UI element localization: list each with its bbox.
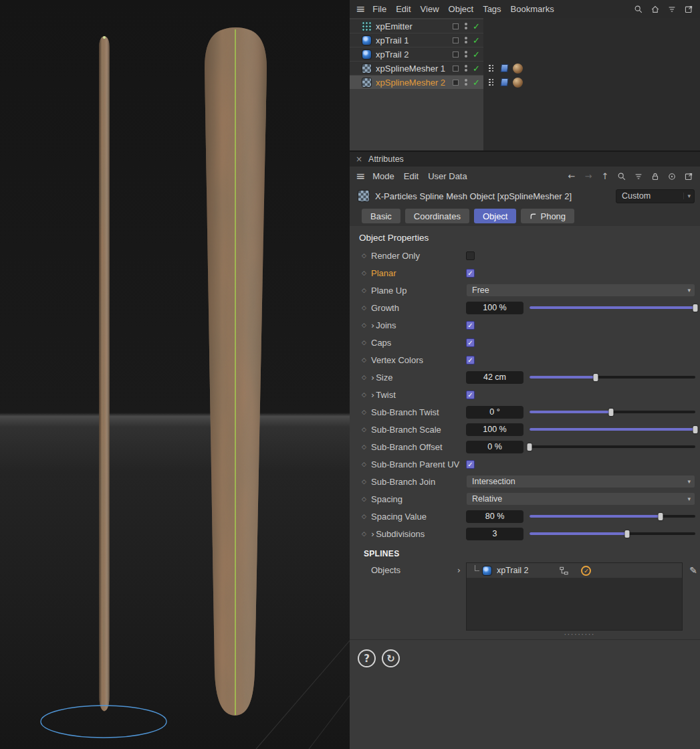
- lock-icon[interactable]: [650, 171, 661, 182]
- keyframe-dot-icon[interactable]: ◇: [362, 270, 371, 276]
- visibility-dots-icon[interactable]: [465, 51, 467, 58]
- object-row-xpsplinemesher-2[interactable]: xpSplineMesher 2✓: [350, 76, 700, 89]
- layer-toggle[interactable]: [453, 23, 459, 29]
- keyframe-dot-icon[interactable]: ◇: [362, 409, 371, 415]
- texture-tag-icon[interactable]: [513, 78, 523, 88]
- slider-size[interactable]: [530, 372, 695, 382]
- layer-toggle[interactable]: [453, 66, 459, 72]
- keyframe-dot-icon[interactable]: ◇: [362, 287, 371, 294]
- slider-sub-branch-twist[interactable]: [530, 407, 695, 417]
- slider-knob[interactable]: [658, 513, 663, 520]
- hamburger-icon[interactable]: ≡: [356, 3, 365, 15]
- home-icon[interactable]: [650, 4, 661, 15]
- keyframe-dot-icon[interactable]: ◇: [362, 530, 371, 537]
- object-name[interactable]: xpEmitter: [376, 21, 413, 31]
- field-tag-icon[interactable]: [500, 78, 508, 86]
- resize-grip[interactable]: ·········: [466, 633, 693, 637]
- visibility-dots-icon[interactable]: [465, 37, 467, 43]
- value-field-sub-branch-scale[interactable]: 100 %: [466, 423, 523, 436]
- up-icon[interactable]: ↑: [600, 171, 610, 182]
- keyframe-dot-icon[interactable]: ◇: [362, 356, 371, 363]
- keyframe-dot-icon[interactable]: ◇: [362, 322, 371, 328]
- hierarchy-icon[interactable]: [559, 566, 569, 576]
- checkbox-planar[interactable]: ✓: [466, 269, 475, 278]
- slider-knob[interactable]: [608, 409, 613, 416]
- layer-toggle[interactable]: [453, 80, 459, 86]
- splines-object-list[interactable]: xpTrail 2 ✓: [466, 562, 683, 631]
- back-icon[interactable]: ←: [566, 171, 577, 182]
- dropdown-plane-up[interactable]: Free▾: [466, 284, 695, 297]
- keyframe-dot-icon[interactable]: ◇: [362, 426, 371, 433]
- slider-growth[interactable]: [530, 303, 695, 312]
- checkbox-sub-branch-parent-uv[interactable]: ✓: [466, 460, 475, 469]
- slider-subdivisions[interactable]: [530, 529, 695, 538]
- object-name[interactable]: xpTrail 1: [376, 35, 409, 45]
- checkbox-vertex-colors[interactable]: ✓: [466, 356, 475, 364]
- value-field-sub-branch-offset[interactable]: 0 %: [466, 441, 523, 453]
- object-row-xptrail-1[interactable]: xpTrail 1✓: [350, 33, 700, 47]
- object-row-xpsplinemesher-1[interactable]: xpSplineMesher 1✓: [350, 62, 700, 75]
- forward-icon[interactable]: →: [583, 171, 594, 182]
- slider-knob[interactable]: [693, 304, 698, 312]
- attr-menu-edit[interactable]: Edit: [404, 171, 419, 181]
- edit-list-icon[interactable]: ✎: [689, 565, 697, 576]
- export-icon[interactable]: [683, 4, 694, 15]
- om-menu-file[interactable]: File: [372, 4, 386, 14]
- checkbox-twist[interactable]: ✓: [466, 391, 475, 399]
- dropdown-sub-branch-join[interactable]: Intersection▾: [466, 475, 695, 488]
- spline-list-item[interactable]: xpTrail 2 ✓: [467, 563, 682, 578]
- hamburger-icon[interactable]: ≡: [356, 171, 365, 182]
- keyframe-dot-icon[interactable]: ◇: [362, 391, 371, 398]
- points-tag-icon[interactable]: [489, 79, 494, 86]
- external-icon[interactable]: [683, 171, 694, 182]
- layer-toggle[interactable]: [453, 51, 459, 58]
- object-name[interactable]: xpSplineMesher 1: [376, 64, 445, 74]
- om-menu-bookmarks[interactable]: Bookmarks: [511, 4, 554, 14]
- keyframe-dot-icon[interactable]: ◇: [362, 443, 371, 450]
- value-field-spacing-value[interactable]: 80 %: [466, 510, 523, 523]
- keyframe-dot-icon[interactable]: ◇: [362, 304, 371, 311]
- keyframe-dot-icon[interactable]: ◇: [362, 461, 371, 467]
- value-field-size[interactable]: 42 cm: [466, 371, 523, 384]
- dropdown-spacing[interactable]: Relative▾: [466, 492, 695, 506]
- tab-phong[interactable]: Phong: [521, 209, 574, 223]
- object-row-xptrail-2[interactable]: xpTrail 2✓: [350, 47, 700, 61]
- visibility-dots-icon[interactable]: [465, 23, 467, 29]
- keyframe-dot-icon[interactable]: ◇: [362, 252, 371, 259]
- slider-sub-branch-scale[interactable]: [530, 425, 695, 434]
- keyframe-dot-icon[interactable]: ◇: [362, 339, 371, 346]
- slider-spacing-value[interactable]: [530, 512, 695, 521]
- texture-tag-icon[interactable]: [513, 64, 523, 74]
- enabled-check-icon[interactable]: ✓: [473, 35, 480, 45]
- object-name[interactable]: xpTrail 2: [376, 49, 409, 60]
- value-field-sub-branch-twist[interactable]: 0 °: [466, 406, 523, 419]
- om-menu-object[interactable]: Object: [449, 4, 474, 14]
- om-menu-view[interactable]: View: [421, 4, 439, 14]
- tab-object[interactable]: Object: [474, 209, 517, 223]
- checkbox-caps[interactable]: ✓: [466, 338, 475, 347]
- checkbox-render-only[interactable]: [466, 251, 475, 260]
- value-field-growth[interactable]: 100 %: [466, 302, 523, 314]
- visibility-dots-icon[interactable]: [465, 79, 467, 86]
- value-field-subdivisions[interactable]: 3: [466, 528, 523, 540]
- points-tag-icon[interactable]: [489, 65, 494, 72]
- search-icon[interactable]: [633, 4, 644, 15]
- target-icon[interactable]: [667, 171, 677, 182]
- checkbox-joins[interactable]: ✓: [466, 321, 475, 330]
- om-menu-tags[interactable]: Tags: [483, 4, 501, 14]
- 3d-viewport[interactable]: [0, 0, 350, 749]
- keyframe-dot-icon[interactable]: ◇: [362, 513, 371, 520]
- slider-knob[interactable]: [625, 530, 630, 538]
- attr-menu-user-data[interactable]: User Data: [428, 171, 467, 181]
- enabled-check-icon[interactable]: ✓: [473, 78, 480, 88]
- om-menu-edit[interactable]: Edit: [396, 4, 411, 14]
- slider-knob[interactable]: [528, 443, 532, 451]
- tab-coordinates[interactable]: Coordinates: [405, 209, 469, 223]
- object-row-xpemitter[interactable]: xpEmitter✓: [350, 19, 700, 33]
- keyframe-dot-icon[interactable]: ◇: [362, 374, 371, 381]
- slider-knob[interactable]: [594, 374, 598, 381]
- filter-icon[interactable]: [633, 171, 644, 182]
- filter-icon[interactable]: [667, 4, 677, 15]
- slider-knob[interactable]: [693, 426, 698, 433]
- tab-basic[interactable]: Basic: [362, 209, 400, 223]
